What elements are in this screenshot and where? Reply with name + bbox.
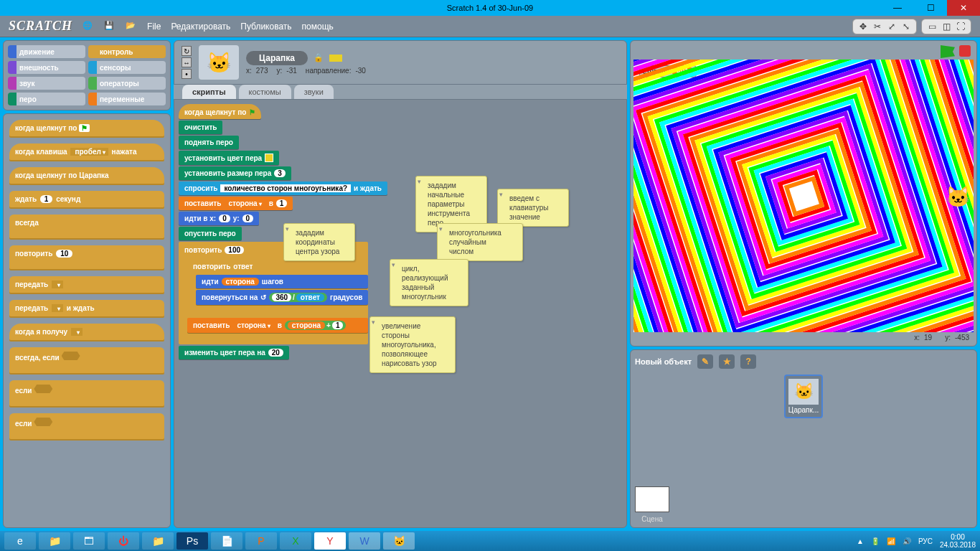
- cat-control[interactable]: контроль: [88, 45, 166, 58]
- random-sprite-button[interactable]: ?: [740, 354, 756, 369]
- tab-costumes[interactable]: костюмы: [239, 85, 291, 99]
- lock-icon[interactable]: 🔒: [314, 53, 324, 62]
- taskbar-app1[interactable]: 🗔: [73, 532, 105, 550]
- palette-repeat[interactable]: повторить 10: [9, 245, 164, 269]
- stage[interactable]: сторона 401 🐱: [633, 60, 974, 332]
- palette-when-key[interactable]: когда клавиша пробел нажата: [9, 143, 164, 160]
- taskbar-powerpoint[interactable]: P: [245, 532, 277, 550]
- palette-forever[interactable]: всегда: [9, 215, 164, 238]
- menu-edit[interactable]: Редактировать: [171, 22, 230, 32]
- blk-change-pen-color[interactable]: изменить цвет пера на 20: [179, 346, 289, 359]
- taskbar-excel[interactable]: X: [280, 532, 311, 550]
- taskbar-folder2[interactable]: 📁: [142, 532, 174, 550]
- sprite-name[interactable]: Царапка: [246, 51, 308, 65]
- tray-battery-icon[interactable]: 🔋: [871, 537, 880, 545]
- rotate-free-icon[interactable]: ↻: [182, 46, 192, 56]
- tray-flag-icon[interactable]: ▲: [857, 537, 864, 545]
- tray-lang[interactable]: РУС: [918, 537, 933, 545]
- rotate-none-icon[interactable]: •: [182, 69, 192, 79]
- blk-move[interactable]: идти сторона шагов: [196, 275, 368, 288]
- grow-icon[interactable]: ⤢: [886, 21, 897, 32]
- chevron-down-icon[interactable]: ▾: [372, 319, 375, 327]
- taskbar-photoshop[interactable]: Ps: [176, 532, 208, 550]
- import-sprite-button[interactable]: ★: [719, 354, 735, 369]
- cat-sound[interactable]: звук: [8, 77, 85, 90]
- menu-share[interactable]: Публиковать: [240, 22, 291, 32]
- blk-turn[interactable]: повернуться на ↺ 360/ответ градусов: [196, 290, 368, 305]
- palette-forever-if[interactable]: всегда, если: [9, 347, 164, 373]
- cut-icon[interactable]: ✂: [872, 21, 883, 32]
- script-area[interactable]: когда щелкнут по ⚑ очистить поднять перо…: [174, 99, 627, 528]
- palette-if2[interactable]: если: [9, 413, 164, 439]
- save-icon[interactable]: 💾: [104, 21, 116, 32]
- comment-3[interactable]: ▾многоугольника случайным числом: [437, 223, 523, 261]
- blk-clear[interactable]: очистить: [179, 121, 222, 134]
- blk-pen-down[interactable]: опустить перо: [179, 227, 242, 240]
- open-icon[interactable]: 📂: [126, 21, 137, 32]
- maximize-button[interactable]: ☐: [914, 0, 947, 16]
- window-titlebar: Scratch 1.4 of 30-Jun-09 — ☐ ✕: [0, 0, 980, 16]
- comment-6[interactable]: ▾увеличение стороны многоугольника, позв…: [369, 316, 456, 373]
- minimize-button[interactable]: —: [881, 0, 914, 16]
- taskbar-ie[interactable]: e: [4, 532, 36, 550]
- comment-5[interactable]: ▾цикл, реализующий заданный многоугльник: [390, 259, 468, 306]
- blk-set-var2[interactable]: поставить сторона в сторона+1: [187, 318, 368, 333]
- taskbar-app2[interactable]: 📄: [211, 532, 242, 550]
- taskbar-explorer[interactable]: 📁: [39, 532, 70, 550]
- blk-when-flag[interactable]: когда щелкнут по ⚑: [179, 104, 261, 119]
- blk-set-pen-size[interactable]: установить размер пера 3: [179, 166, 291, 180]
- comment-2[interactable]: ▾введем с клавиатуры значение: [497, 189, 569, 227]
- view-normal-icon[interactable]: ◫: [941, 21, 952, 32]
- tray-network-icon[interactable]: 📶: [887, 537, 895, 545]
- green-flag-button[interactable]: [941, 45, 955, 58]
- chevron-down-icon[interactable]: ▾: [499, 191, 503, 199]
- tab-sounds[interactable]: звуки: [294, 85, 334, 99]
- view-small-icon[interactable]: ▭: [926, 21, 938, 32]
- cat-operators[interactable]: операторы: [88, 77, 166, 90]
- palette-when-sprite[interactable]: когда щелкнут по Царапка: [9, 167, 164, 184]
- menu-file[interactable]: File: [147, 22, 161, 32]
- stamp-icon[interactable]: ✥: [857, 21, 869, 32]
- cat-variables[interactable]: переменные: [88, 93, 166, 105]
- stop-button[interactable]: [959, 45, 971, 57]
- export-icon[interactable]: [329, 55, 342, 62]
- cat-looks[interactable]: внешность: [8, 61, 85, 74]
- palette-broadcast[interactable]: передать: [9, 276, 164, 293]
- globe-icon[interactable]: 🌐: [83, 21, 94, 32]
- palette-broadcast-wait[interactable]: передать и ждать: [9, 300, 164, 316]
- blk-pen-up[interactable]: поднять перо: [179, 136, 239, 149]
- chevron-down-icon[interactable]: ▾: [418, 178, 421, 187]
- blk-repeat-inner[interactable]: повторить ответ идти сторона шагов повер…: [187, 258, 368, 316]
- blk-goto[interactable]: идти в x: 0 y: 0: [179, 212, 259, 225]
- blk-ask[interactable]: спросить количество сторон многоугьника?…: [179, 182, 387, 195]
- palette-wait[interactable]: ждать 1 секунд: [9, 191, 164, 207]
- paint-sprite-button[interactable]: ✎: [697, 354, 713, 369]
- rotate-flip-icon[interactable]: ↔: [182, 57, 192, 67]
- close-button[interactable]: ✕: [947, 0, 980, 16]
- blk-set-pen-color[interactable]: установить цвет пера: [179, 151, 279, 165]
- tray-volume-icon[interactable]: 🔊: [903, 537, 911, 545]
- tray-clock[interactable]: 0:00 24.03.2018: [940, 533, 976, 549]
- sprite-on-stage[interactable]: 🐱: [946, 185, 971, 209]
- palette-when-receive[interactable]: когда я получу: [9, 324, 164, 340]
- palette-when-flag[interactable]: когда щелкнут по ⚑: [9, 120, 164, 136]
- menu-help[interactable]: помощь: [302, 22, 334, 32]
- comment-4[interactable]: ▾зададим координаты центра узора: [283, 223, 355, 261]
- taskbar-scratch[interactable]: 🐱: [383, 532, 415, 550]
- shrink-icon[interactable]: ⤡: [900, 21, 912, 32]
- stage-thumbnail[interactable]: Сцена: [635, 486, 669, 523]
- cat-sensing[interactable]: сенсоры: [88, 61, 166, 74]
- chevron-down-icon[interactable]: ▾: [286, 225, 289, 234]
- palette-if[interactable]: если: [9, 380, 164, 406]
- sprite-item[interactable]: 🐱 Царапк...: [784, 375, 823, 418]
- view-full-icon[interactable]: ⛶: [955, 21, 966, 32]
- cat-motion[interactable]: движение: [8, 45, 85, 58]
- cat-pen[interactable]: перо: [8, 93, 85, 105]
- blk-set-var[interactable]: поставить сторона в 1: [179, 197, 293, 210]
- chevron-down-icon[interactable]: ▾: [439, 225, 443, 234]
- taskbar-power[interactable]: ⏻: [108, 532, 139, 550]
- taskbar-word[interactable]: W: [349, 532, 380, 550]
- tab-scripts[interactable]: скрипты: [182, 85, 236, 99]
- taskbar-yandex[interactable]: Y: [314, 532, 346, 550]
- chevron-down-icon[interactable]: ▾: [392, 261, 395, 270]
